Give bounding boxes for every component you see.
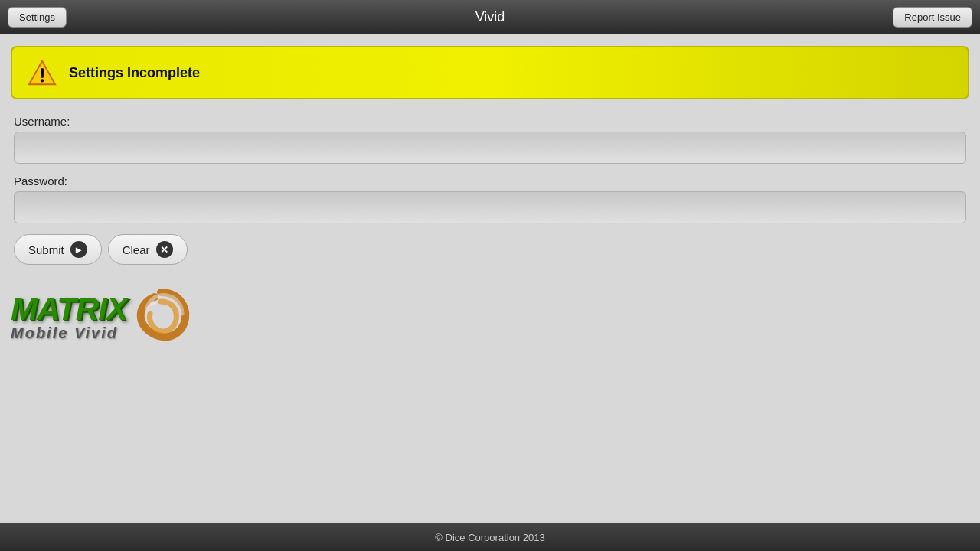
logo-swirl-icon xyxy=(130,286,191,347)
clear-icon: ✕ xyxy=(156,241,173,258)
password-label: Password: xyxy=(14,174,966,187)
logo-sub-text: Mobile Vivid xyxy=(11,325,127,341)
logo-matrix-text: MATRIX xyxy=(11,293,127,325)
logo-text-block: MATRIX Mobile Vivid xyxy=(11,293,127,341)
app-title: Vivid xyxy=(475,9,505,25)
password-input[interactable] xyxy=(14,191,966,223)
main-content: Settings Incomplete Username: Password: … xyxy=(0,34,980,523)
report-issue-button[interactable]: Report Issue xyxy=(893,7,972,28)
submit-button[interactable]: Submit ► xyxy=(14,234,102,265)
form-section: Username: Password: Submit ► Clear ✕ xyxy=(11,115,969,265)
warning-text: Settings Incomplete xyxy=(69,65,200,81)
warning-icon xyxy=(28,58,57,87)
submit-label: Submit xyxy=(28,243,64,256)
svg-rect-1 xyxy=(41,68,44,77)
svg-point-2 xyxy=(41,79,44,82)
footer-copyright: © Dice Corporation 2013 xyxy=(435,532,544,543)
warning-banner: Settings Incomplete xyxy=(11,46,969,99)
footer: © Dice Corporation 2013 xyxy=(0,523,980,551)
username-input[interactable] xyxy=(14,132,966,164)
logo-section: MATRIX Mobile Vivid xyxy=(11,283,969,350)
logo-container: MATRIX Mobile Vivid xyxy=(11,286,240,347)
clear-button[interactable]: Clear ✕ xyxy=(108,234,188,265)
buttons-row: Submit ► Clear ✕ xyxy=(14,234,966,265)
submit-icon: ► xyxy=(70,241,87,258)
top-bar: Settings Vivid Report Issue xyxy=(0,0,980,34)
username-label: Username: xyxy=(14,115,966,128)
settings-button[interactable]: Settings xyxy=(8,7,67,28)
clear-label: Clear xyxy=(122,243,150,256)
